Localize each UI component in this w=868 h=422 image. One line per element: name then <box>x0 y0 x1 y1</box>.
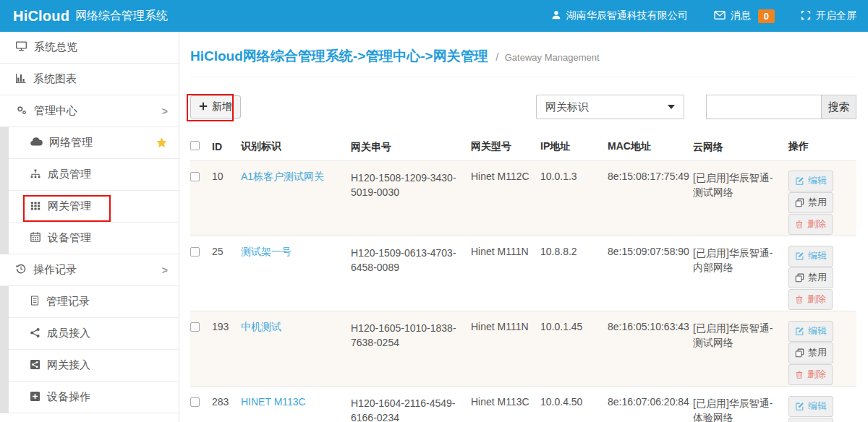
delete-button[interactable]: 删除 <box>788 214 833 235</box>
sidebar-item-label: 设备管理 <box>48 231 91 245</box>
col-header-mac: MAC地址 <box>608 140 693 153</box>
messages-label: 消息 <box>731 9 751 22</box>
cell-model: Hinet M113C <box>471 396 540 422</box>
cell-ip: 10.0.4.50 <box>540 396 608 422</box>
sidebar-item-member-management[interactable]: 成员管理 <box>9 159 179 191</box>
sidebar-item-member-access[interactable]: 成员接入 <box>9 318 179 350</box>
cell-network: [已启用]华辰智通-测试网络 <box>693 321 788 386</box>
cell-network: [已启用]华辰智通-内部网络 <box>693 246 788 311</box>
edit-button-label: 编辑 <box>808 249 827 262</box>
brand-logo: HiCloud <box>13 8 69 25</box>
cell-serial: H120-1604-2116-4549-6166-0234 <box>351 396 471 422</box>
sidebar-item-system-overview[interactable]: 系统总览 <box>0 32 179 64</box>
cell-mac: 8e:15:09:07:58:90 <box>608 246 693 311</box>
delete-button-label: 删除 <box>807 368 826 381</box>
sidebar-item-network-management[interactable]: 网络管理 <box>9 127 179 159</box>
sidebar-item-label: 管理中心 <box>34 104 77 118</box>
row-checkbox[interactable] <box>190 172 200 181</box>
table-row: 10 A1栋客户测试网关 H120-1508-1209-3430-5019-00… <box>190 161 856 236</box>
cell-id: 193 <box>212 321 241 386</box>
col-header-name: 识别标识 <box>241 140 351 153</box>
share-icon <box>30 327 41 340</box>
sidebar-item-admin-center[interactable]: 管理中心 > <box>0 95 179 127</box>
admin-center-submenu: 网络管理 成员管理 网关管理 <box>0 127 179 254</box>
col-header-serial: 网关串号 <box>351 139 471 154</box>
sidebar-item-label: 成员接入 <box>47 327 90 340</box>
sidebar-item-label: 系统图表 <box>33 72 77 86</box>
filter-field-select[interactable]: 网关标识 <box>536 95 684 119</box>
search-button[interactable]: 搜索 <box>821 95 856 119</box>
cloud-icon <box>30 137 43 149</box>
sidebar-item-label: 设备操作 <box>47 390 90 404</box>
sidebar-item-label: 管理记录 <box>46 295 90 309</box>
sidebar-item-admin-records[interactable]: 管理记录 <box>9 286 179 318</box>
disable-button-label: 禁用 <box>808 196 827 209</box>
sidebar-item-device-management[interactable]: 设备管理 <box>9 223 179 254</box>
app-title: 网络综合管理系统 <box>75 9 168 24</box>
gateway-name-link[interactable]: HINET M113C <box>241 396 306 408</box>
disable-button-label: 禁用 <box>808 346 827 359</box>
user-icon <box>551 9 561 22</box>
plus-icon <box>199 101 208 113</box>
calendar-icon <box>30 231 41 245</box>
row-checkbox[interactable] <box>190 322 200 332</box>
sitemap-icon <box>30 168 41 181</box>
sidebar-item-system-charts[interactable]: 系统图表 <box>0 64 179 95</box>
edit-button-label: 编辑 <box>808 324 827 337</box>
cell-network: [已启用]华辰智通-体验网络 <box>693 396 788 422</box>
sidebar-item-device-operations[interactable]: 设备操作 <box>9 382 179 413</box>
col-header-id: ID <box>212 141 241 152</box>
gateway-name-link[interactable]: 测试架一号 <box>241 246 292 257</box>
messages-menu[interactable]: 消息 0 <box>714 9 775 23</box>
gateway-name-link[interactable]: 中机测试 <box>241 321 281 332</box>
disable-button[interactable]: 禁用 <box>788 343 833 363</box>
edit-button[interactable]: 编辑 <box>788 246 833 267</box>
add-button-label: 新增 <box>212 100 232 113</box>
delete-button[interactable]: 删除 <box>788 364 833 385</box>
disable-button[interactable]: 禁用 <box>788 418 833 422</box>
chevron-right-icon: > <box>162 264 168 276</box>
top-bar: HiCloud 网络综合管理系统 湖南华辰智通科技有限公司 消息 0 开启全屏 <box>0 0 868 32</box>
table-row: 193 中机测试 H120-1605-1010-1838-7638-0254 H… <box>190 311 856 387</box>
bar-chart-icon <box>15 72 27 86</box>
cell-network: [已启用]华辰智通-测试网络 <box>693 171 788 236</box>
sidebar-item-gateway-management[interactable]: 网关管理 <box>9 191 179 223</box>
table-row: 25 测试架一号 H120-1509-0613-4703-6458-0089 H… <box>190 236 856 311</box>
sidebar-item-gateway-access[interactable]: 网关接入 <box>9 350 179 382</box>
fullscreen-button[interactable]: 开启全屏 <box>801 9 856 22</box>
cell-id: 10 <box>212 171 241 236</box>
cell-serial: H120-1509-0613-4703-6458-0089 <box>351 246 471 311</box>
sidebar-item-operation-records[interactable]: 操作记录 > <box>0 254 179 286</box>
cell-model: Hinet M112C <box>471 171 540 236</box>
gateway-name-link[interactable]: A1栋客户测试网关 <box>241 171 324 182</box>
share-square-icon <box>30 359 41 372</box>
edit-button[interactable]: 编辑 <box>788 321 833 342</box>
file-icon <box>30 295 40 309</box>
cell-mac: 8e:16:07:06:20:84 <box>608 396 693 422</box>
edit-button[interactable]: 编辑 <box>788 396 833 417</box>
delete-button-label: 删除 <box>807 218 826 231</box>
col-header-actions: 操作 <box>788 140 856 153</box>
select-all-checkbox[interactable] <box>190 141 200 150</box>
row-checkbox[interactable] <box>190 397 200 407</box>
messages-count-badge: 0 <box>758 9 775 23</box>
account-menu[interactable]: 湖南华辰智通科技有限公司 <box>551 9 688 22</box>
breadcrumb-separator: / <box>495 51 498 63</box>
disable-button[interactable]: 禁用 <box>788 192 833 213</box>
edit-button-label: 编辑 <box>808 400 827 413</box>
add-button[interactable]: 新增 <box>190 95 241 119</box>
sidebar: 系统总览 系统图表 管理中心 > 网络管理 <box>0 32 179 422</box>
star-icon[interactable] <box>156 137 168 149</box>
desktop-icon <box>15 40 27 54</box>
edit-button[interactable]: 编辑 <box>788 171 833 191</box>
breadcrumb: HiCloud网络综合管理系统->管理中心->网关管理 / Gateway Ma… <box>190 32 856 77</box>
disable-button[interactable]: 禁用 <box>788 267 833 288</box>
delete-button[interactable]: 删除 <box>788 289 833 310</box>
envelope-icon <box>714 10 726 22</box>
gateway-table: ID 识别标识 网关串号 网关型号 IP地址 MAC地址 云网络 操作 10 A… <box>190 132 856 422</box>
row-checkbox[interactable] <box>190 247 200 257</box>
search-input[interactable] <box>706 95 821 119</box>
page-title: HiCloud网络综合管理系统->管理中心->网关管理 <box>190 48 488 64</box>
main-content: HiCloud网络综合管理系统->管理中心->网关管理 / Gateway Ma… <box>179 32 868 422</box>
col-header-network: 云网络 <box>693 139 788 154</box>
